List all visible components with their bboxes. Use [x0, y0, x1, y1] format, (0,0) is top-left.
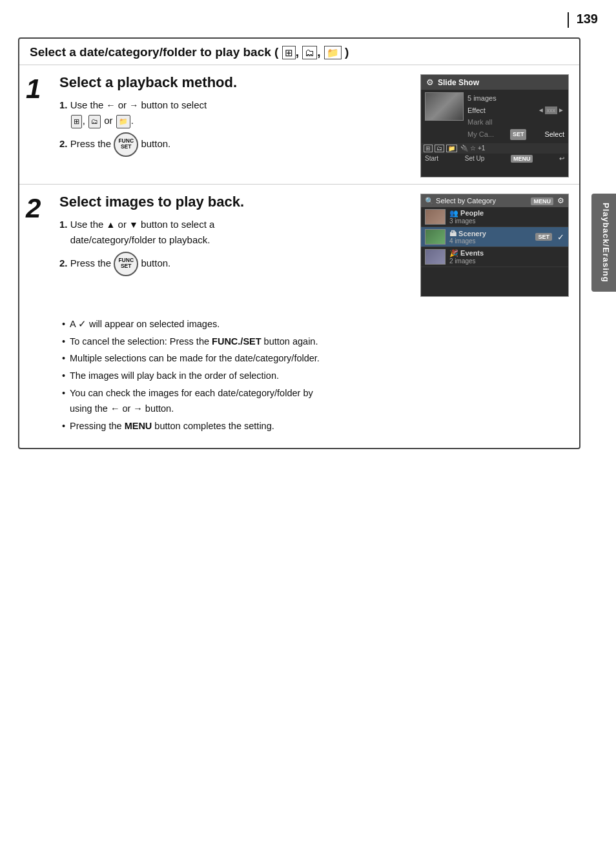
main-title: Select a date/category/folder to play ba…: [19, 39, 579, 65]
step-1-instructions: 1. Use the ← or → button to select ⊞, 🗂 …: [59, 97, 413, 157]
step-1-number: 1: [26, 76, 52, 103]
step-1-content: Select a playback method. 1. Use the ← o…: [59, 74, 413, 157]
step-1-title: Select a playback method.: [59, 74, 413, 91]
step-2-bullets: A ✓ will appear on selected images. To c…: [26, 308, 569, 435]
sidebar-label: Playback/Erasing: [591, 194, 616, 292]
page-number: 139: [568, 12, 598, 28]
category-select-screen: 🔍 Select by Category MENU ⚙ 👥 People 3 i…: [420, 194, 569, 297]
step-2-instructions: 1. Use the ▲ or ▼ button to select a dat…: [59, 217, 413, 276]
step-2-content: Select images to play back. 1. Use the ▲…: [59, 194, 413, 276]
step-1-row: 1 Select a playback method. 1. Use the ←…: [19, 65, 579, 185]
step-2-title: Select images to play back.: [59, 194, 413, 210]
step-2-number: 2: [26, 195, 52, 222]
step-2-row: 2 Select images to play back. 1. Use the…: [19, 185, 579, 441]
main-box: Select a date/category/folder to play ba…: [18, 37, 580, 449]
slideshow-screen: ⚙ Slide Show 5 images Effect◄xxx► Mark a…: [420, 74, 569, 177]
